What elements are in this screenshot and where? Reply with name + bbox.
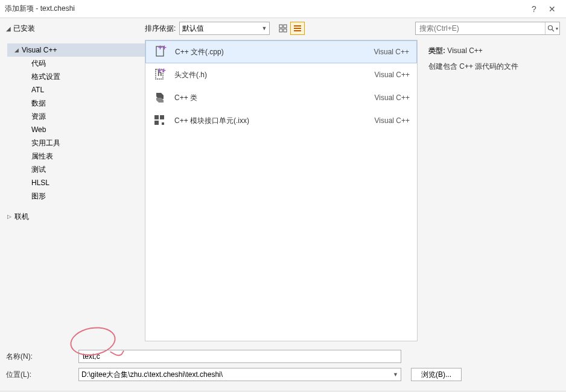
- template-name: C++ 类: [174, 93, 375, 103]
- svg-line-8: [552, 30, 554, 31]
- svg-point-7: [548, 26, 552, 30]
- tree-node[interactable]: 实用工具: [7, 136, 145, 150]
- collapse-arrow-icon: ◢: [6, 25, 11, 32]
- small-icons-view-button[interactable]: [290, 22, 305, 35]
- dropdown-arrow-icon: ▼: [261, 25, 267, 31]
- template-category: Visual C++: [374, 48, 409, 56]
- tree-node[interactable]: 资源: [7, 110, 145, 123]
- cpp-file-icon: ++: [153, 45, 168, 59]
- svg-rect-19: [162, 122, 164, 125]
- large-icons-view-button[interactable]: [276, 22, 290, 35]
- browse-button[interactable]: 浏览(B)...: [411, 368, 462, 381]
- template-category: Visual C++: [375, 93, 410, 102]
- tree-node[interactable]: 数据: [7, 96, 145, 110]
- location-label: 位置(L):: [6, 370, 78, 380]
- tree-node-label: 属性表: [31, 151, 53, 162]
- toolbar: ◢ 已安装 排序依据: 默认值 ▼ ▾: [0, 18, 566, 39]
- tree-node[interactable]: Web: [7, 123, 145, 136]
- template-category: Visual C++: [375, 71, 410, 79]
- sort-label: 排序依据:: [145, 24, 176, 34]
- tree-node[interactable]: 属性表: [7, 150, 145, 163]
- template-name: C++ 模块接口单元(.ixx): [174, 116, 375, 126]
- tree-node-label: 格式设置: [31, 72, 60, 82]
- name-label: 名称(N):: [6, 352, 78, 362]
- template-name: 头文件(.h): [174, 70, 375, 80]
- tree-node-label: 测试: [31, 165, 46, 175]
- h-file-icon: h++: [153, 68, 167, 82]
- cpp-class-icon: [153, 90, 167, 105]
- installed-label: 已安装: [13, 24, 35, 34]
- dropdown-arrow-icon: ▼: [393, 371, 398, 378]
- info-panel: 类型: Visual C++ 创建包含 C++ 源代码的文件: [421, 39, 566, 345]
- svg-rect-2: [279, 29, 282, 32]
- main-area: ◢Visual C++代码格式设置ATL数据资源Web实用工具属性表测试HLSL…: [0, 39, 566, 345]
- search-input[interactable]: [416, 24, 545, 33]
- location-row: 位置(L): D:\gitee大合集\zhu.c\text.cheshi\tex…: [6, 368, 560, 381]
- search-box[interactable]: ▾: [415, 22, 560, 35]
- category-tree: ◢Visual C++代码格式设置ATL数据资源Web实用工具属性表测试HLSL…: [0, 39, 145, 345]
- sort-value: 默认值: [182, 24, 204, 34]
- tree-arrow-icon: ◢: [14, 47, 22, 53]
- tree-node[interactable]: 代码: [7, 57, 145, 70]
- location-combo[interactable]: D:\gitee大合集\zhu.c\text.cheshi\text.chesh…: [78, 368, 401, 381]
- search-icon[interactable]: ▾: [545, 22, 559, 34]
- template-item[interactable]: C++ 模块接口单元(.ixx)Visual C++: [145, 109, 417, 132]
- template-list: ++C++ 文件(.cpp)Visual C++h++头文件(.h)Visual…: [145, 40, 418, 341]
- tree-node-label: 数据: [31, 98, 46, 109]
- bottom-fields: 名称(N): 位置(L): D:\gitee大合集\zhu.c\text.che…: [0, 345, 566, 391]
- template-item[interactable]: C++ 类Visual C++: [145, 86, 417, 109]
- svg-rect-16: [154, 115, 159, 119]
- svg-rect-17: [160, 115, 164, 119]
- svg-rect-18: [154, 121, 159, 125]
- template-category: Visual C++: [375, 116, 410, 125]
- tree-node-label: 资源: [31, 112, 46, 122]
- tree-node-label: 代码: [31, 58, 46, 69]
- help-button[interactable]: ?: [525, 4, 543, 14]
- tree-node-label: 实用工具: [31, 138, 60, 148]
- location-value: D:\gitee大合集\zhu.c\text.cheshi\text.chesh…: [81, 370, 223, 380]
- tree-node[interactable]: ATL: [7, 83, 145, 96]
- installed-header[interactable]: ◢ 已安装: [6, 24, 145, 34]
- tree-node-label: Web: [31, 125, 46, 134]
- svg-rect-3: [284, 29, 287, 32]
- tree-node-label: Visual C++: [22, 46, 57, 54]
- tree-node[interactable]: 图形: [7, 189, 145, 203]
- expand-arrow-icon: ▷: [7, 213, 14, 220]
- svg-rect-1: [284, 25, 287, 28]
- close-button[interactable]: ✕: [543, 4, 561, 14]
- template-item[interactable]: ++C++ 文件(.cpp)Visual C++: [145, 40, 417, 63]
- name-input[interactable]: [78, 350, 401, 363]
- description: 创建包含 C++ 源代码的文件: [428, 61, 559, 72]
- template-item[interactable]: h++头文件(.h)Visual C++: [145, 63, 417, 86]
- sort-combo[interactable]: 默认值 ▼: [179, 22, 270, 35]
- titlebar: 添加新项 - text.cheshi ? ✕: [0, 0, 566, 18]
- svg-text:++: ++: [158, 45, 167, 52]
- svg-rect-0: [279, 25, 282, 28]
- svg-text:++: ++: [157, 68, 166, 75]
- name-row: 名称(N):: [6, 350, 560, 363]
- online-label: 联机: [14, 212, 29, 222]
- module-icon: [153, 113, 167, 128]
- tree-node[interactable]: ◢Visual C++: [7, 43, 145, 57]
- tree-node[interactable]: 测试: [7, 163, 145, 176]
- window-title: 添加新项 - text.cheshi: [5, 4, 525, 14]
- view-buttons: [276, 22, 305, 35]
- template-name: C++ 文件(.cpp): [175, 47, 374, 57]
- tree-node-label: 图形: [31, 191, 46, 201]
- tree-node[interactable]: HLSL: [7, 176, 145, 189]
- online-node[interactable]: ▷ 联机: [7, 210, 145, 223]
- tree-node-label: HLSL: [31, 179, 49, 187]
- tree-node[interactable]: 格式设置: [7, 70, 145, 83]
- type-label: 类型: Visual C++: [428, 46, 483, 55]
- tree-node-label: ATL: [31, 86, 44, 94]
- search-dropdown-icon: ▾: [556, 26, 558, 31]
- sort-area: 排序依据: 默认值 ▼: [145, 22, 270, 35]
